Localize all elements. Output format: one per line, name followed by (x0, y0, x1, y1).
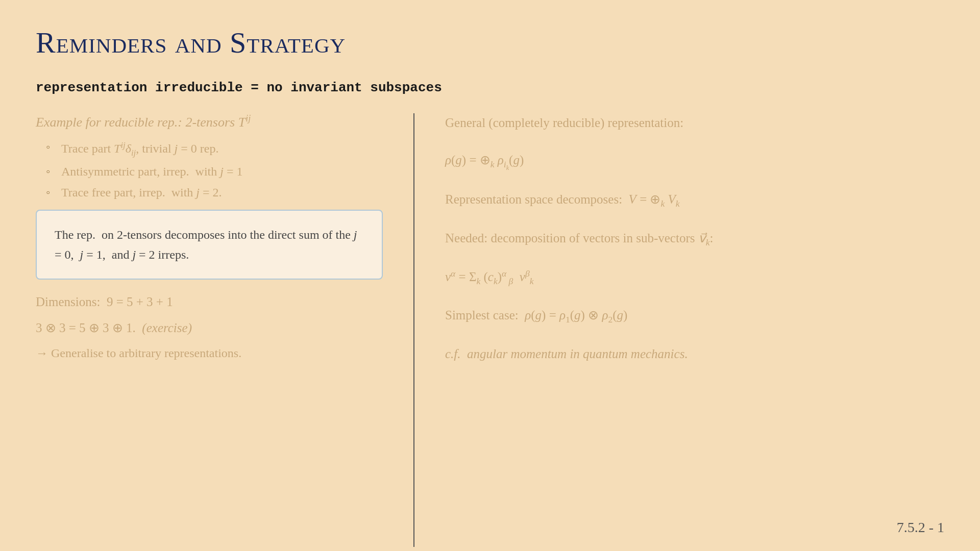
slide-title: Reminders and Strategy (36, 26, 944, 60)
dimensions-text: Dimensions: 9 = 5 + 3 + 1 (36, 295, 383, 309)
right-item-4: Needed: decomposition of vectors in sub-… (445, 229, 944, 249)
right-item-3: Representation space decomposes: V = ⊕k … (445, 190, 944, 210)
box-text: The rep. on 2-tensors decomposes into th… (55, 225, 364, 264)
bold-definition: representation irreducible = no invarian… (36, 80, 944, 95)
bullet-item-2: Antisymmetric part, irrep. with j = 1 (46, 165, 383, 179)
two-column-layout: Example for reducible rep.: 2-tensors Ti… (36, 113, 944, 547)
left-column: Example for reducible rep.: 2-tensors Ti… (36, 113, 403, 547)
right-item-1: General (completely reducible) represent… (445, 113, 944, 133)
page-number: 7.5.2 - 1 (897, 519, 944, 536)
right-item-5: vα = Σk (ck)α β vβk (445, 267, 944, 288)
right-item-6: Simplest case: ρ(g) = ρ1(g) ⊗ ρ2(g) (445, 306, 944, 326)
arrow-generalise: → Generalise to arbitrary representation… (36, 346, 383, 360)
example-title: Example for reducible rep.: 2-tensors Ti… (36, 113, 383, 130)
bullet-item-3: Trace free part, irrep. with j = 2. (46, 186, 383, 199)
right-item-2: ρ(g) = ⊕k ρik(g) (445, 151, 944, 172)
bullet-item-1: Trace part Tijδij, trivial j = 0 rep. (46, 140, 383, 158)
left-bottom-section: Dimensions: 9 = 5 + 3 + 1 3 ⊗ 3 = 5 ⊕ 3 … (36, 295, 383, 360)
right-column: General (completely reducible) represent… (425, 113, 944, 547)
highlight-box: The rep. on 2-tensors decomposes into th… (36, 210, 383, 280)
column-divider (413, 113, 414, 547)
bullet-list: Trace part Tijδij, trivial j = 0 rep. An… (46, 140, 383, 200)
slide: Reminders and Strategy representation ir… (0, 0, 980, 551)
tensor-equation: 3 ⊗ 3 = 5 ⊕ 3 ⊕ 1. (exercise) (36, 320, 383, 335)
right-item-7: c.f. angular momentum in quantum mechani… (445, 344, 944, 364)
